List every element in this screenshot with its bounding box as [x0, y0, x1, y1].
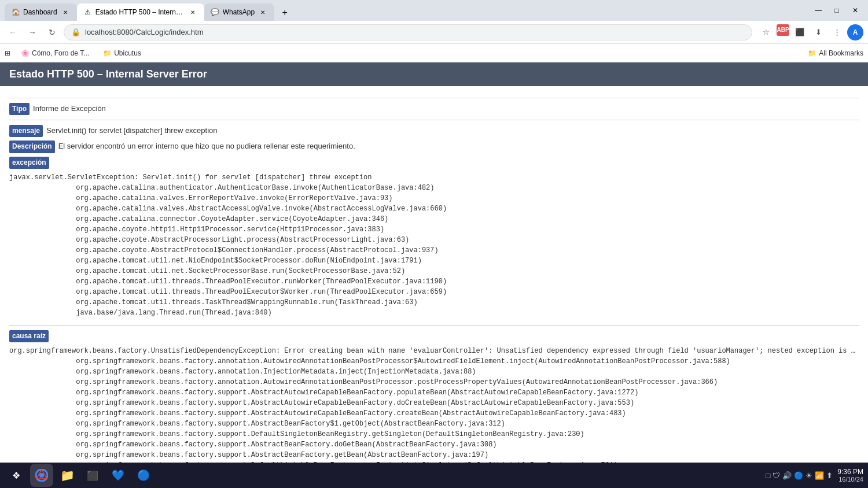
- adblock-button[interactable]: ABP: [777, 24, 789, 36]
- causa-raiz-header-row: causa raíz: [9, 330, 859, 342]
- page-content: Estado HTTP 500 – Internal Server Error …: [0, 62, 868, 463]
- forward-button[interactable]: →: [24, 24, 41, 40]
- apps-grid-icon: ⊞: [5, 49, 10, 57]
- tab-whatsapp[interactable]: 💬 WhatsApp ✕: [204, 3, 274, 21]
- divider-1: [9, 98, 859, 98]
- new-tab-button[interactable]: +: [277, 5, 293, 21]
- address-text: localhost:8080/CalcLogic/index.htm: [85, 28, 745, 36]
- arrow-up-icon[interactable]: ⬆: [826, 471, 833, 480]
- all-bookmarks-label: All Bookmarks: [819, 49, 863, 57]
- excepcion-header-row: excepción: [9, 157, 859, 169]
- title-bar: 🏠 Dashboard ✕ ⚠ Estado HTTP 500 – Intern…: [0, 0, 868, 21]
- mensaje-badge: mensaje: [9, 125, 43, 137]
- tab-label-whatsapp: WhatsApp: [223, 8, 255, 16]
- bookmarks-bar: ⊞ 🌸 Cómo, Foro de T... 📁 Ubicutus 📁 All …: [0, 44, 868, 62]
- descripcion-row: Descripción El servidor encontró un erro…: [9, 141, 859, 153]
- descripcion-value: El servidor encontró un error interno qu…: [58, 141, 355, 153]
- divider-2: [9, 120, 859, 120]
- time-display: 9:36 PM 16/10/24: [837, 468, 863, 483]
- back-button[interactable]: ←: [5, 24, 21, 40]
- reload-button[interactable]: ↻: [44, 24, 60, 40]
- star-button[interactable]: ☆: [758, 24, 774, 40]
- download-button[interactable]: ⬇: [810, 24, 826, 40]
- bookmark-icon-ubicutus: 📁: [103, 49, 112, 57]
- causa-raiz-stacktrace: org.springframework.beans.factory.Unsati…: [9, 346, 859, 463]
- tab-favicon-whatsapp: 💬: [211, 8, 219, 16]
- taskbar-dotnet[interactable]: 🔵: [132, 464, 155, 487]
- settings-button[interactable]: ⋮: [829, 24, 845, 40]
- taskbar-start[interactable]: ❖: [5, 464, 28, 487]
- tab-favicon-estado: ⚠: [84, 8, 92, 16]
- excepcion-badge: excepción: [9, 157, 49, 169]
- nav-bar: ← → ↻ 🔒 localhost:8080/CalcLogic/index.h…: [0, 21, 868, 44]
- bookmark-icon-como: 🌸: [21, 49, 30, 57]
- tab-estado[interactable]: ⚠ Estado HTTP 500 – Interna… ✕: [77, 3, 204, 21]
- minimize-button[interactable]: —: [810, 2, 826, 19]
- apps-button[interactable]: ⊞: [5, 49, 10, 57]
- bluetooth-icon[interactable]: 🔵: [794, 471, 803, 480]
- taskbar-files[interactable]: 📁: [56, 464, 79, 487]
- profile-button[interactable]: A: [847, 24, 863, 40]
- taskbar-right: □ 🛡 🔊 🔵 ☀ 📶 ⬆ 9:36 PM 16/10/24: [766, 468, 863, 483]
- error-header: Estado HTTP 500 – Internal Server Error: [0, 62, 868, 86]
- show-desktop-icon[interactable]: □: [766, 471, 770, 480]
- divider-3: [9, 325, 859, 326]
- shield-icon[interactable]: 🛡: [773, 471, 780, 480]
- tipo-badge: Tipo: [9, 103, 30, 115]
- taskbar-chrome[interactable]: [30, 464, 53, 487]
- clock-date: 16/10/24: [838, 476, 863, 483]
- chrome-icon: [35, 469, 48, 482]
- tab-dashboard[interactable]: 🏠 Dashboard ✕: [5, 3, 77, 21]
- maximize-button[interactable]: □: [829, 2, 845, 19]
- tab-label-dashboard: Dashboard: [23, 8, 57, 16]
- nav-icons: ☆ ABP ⬛ ⬇ ⋮ A: [758, 24, 863, 40]
- close-button[interactable]: ✕: [847, 2, 863, 19]
- descripcion-badge: Descripción: [9, 141, 55, 153]
- window-controls: — □ ✕: [810, 2, 863, 19]
- brightness-icon[interactable]: ☀: [806, 471, 812, 480]
- volume-icon[interactable]: 🔊: [782, 471, 792, 480]
- address-bar[interactable]: 🔒 localhost:8080/CalcLogic/index.htm: [64, 24, 752, 40]
- clock-time: 9:36 PM: [837, 468, 863, 476]
- tab-label-estado: Estado HTTP 500 – Interna…: [95, 8, 185, 16]
- tipo-row: Tipo Informe de Excepción: [9, 103, 859, 115]
- error-body: Tipo Informe de Excepción mensaje Servle…: [0, 86, 868, 463]
- mensaje-row: mensaje Servlet.init() for servlet [disp…: [9, 125, 859, 137]
- taskbar-vscode[interactable]: 💙: [106, 464, 130, 487]
- extensions-button[interactable]: ⬛: [792, 24, 808, 40]
- tab-close-whatsapp[interactable]: ✕: [258, 8, 267, 17]
- causa-raiz-badge: causa raíz: [9, 330, 49, 342]
- tabs-container: 🏠 Dashboard ✕ ⚠ Estado HTTP 500 – Intern…: [5, 0, 810, 21]
- sys-icons: □ 🛡 🔊 🔵 ☀ 📶 ⬆: [766, 471, 833, 480]
- bookmark-label-ubicutus: Ubicutus: [114, 49, 141, 57]
- tab-favicon-dashboard: 🏠: [12, 8, 20, 16]
- tab-close-estado[interactable]: ✕: [188, 8, 197, 17]
- wifi-icon[interactable]: 📶: [815, 471, 824, 480]
- taskbar: ❖ 📁 ⬛ 💙 🔵 □ 🛡 🔊 🔵 ☀ 📶 ⬆ 9:36 PM 16/10/24: [0, 463, 868, 488]
- svg-point-1: [39, 473, 44, 478]
- bookmarks-folder-icon: 📁: [808, 49, 816, 57]
- tipo-value: Informe de Excepción: [33, 103, 106, 115]
- all-bookmarks-button[interactable]: 📁 All Bookmarks: [808, 49, 863, 57]
- tab-close-dashboard[interactable]: ✕: [61, 8, 70, 17]
- taskbar-terminal[interactable]: ⬛: [81, 464, 104, 487]
- lock-icon: 🔒: [71, 28, 80, 36]
- exception-stacktrace: javax.servlet.ServletException: Servlet.…: [9, 172, 859, 318]
- error-title: Estado HTTP 500 – Internal Server Error: [9, 68, 207, 80]
- bookmark-label-como: Cómo, Foro de T...: [32, 49, 89, 57]
- mensaje-value: Servlet.init() for servlet [dispatcher] …: [46, 125, 218, 137]
- bookmark-como-foro[interactable]: 🌸 Cómo, Foro de T...: [17, 48, 93, 58]
- bookmark-ubicutus[interactable]: 📁 Ubicutus: [100, 48, 145, 58]
